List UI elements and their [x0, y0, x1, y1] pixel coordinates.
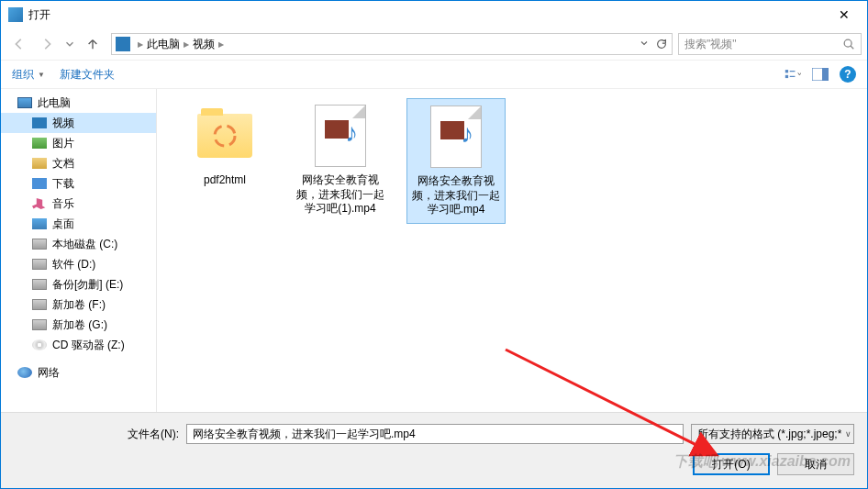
cd-icon	[32, 339, 47, 350]
app-icon	[8, 7, 23, 22]
filetype-value: 所有支持的格式 (*.jpg;*.jpeg;*	[697, 427, 841, 442]
svg-rect-4	[822, 68, 829, 81]
video-file-icon: ♪	[424, 105, 488, 169]
video-file-icon: ♪	[308, 104, 373, 168]
nav-bar: ▶ 此电脑 ▶ 视频 ▶ 搜索"视频"	[1, 28, 867, 60]
sidebar-item-network[interactable]: 网络	[1, 362, 156, 383]
desktop-icon	[32, 218, 47, 229]
video-icon	[32, 117, 47, 128]
sidebar-item-videos[interactable]: 视频	[1, 113, 156, 133]
svg-point-5	[215, 126, 235, 146]
file-name: pdf2html	[204, 173, 246, 188]
filetype-combo[interactable]: 所有支持的格式 (*.jpg;*.jpeg;* ∨	[691, 424, 854, 444]
hdd-icon	[32, 279, 47, 290]
filename-input[interactable]	[186, 424, 684, 444]
chevron-right-icon: ▶	[138, 40, 143, 49]
sidebar-tree[interactable]: 此电脑 视频 图片 文档 下载 音乐 桌面 本地磁盘 (C:) 软件 (D:) …	[1, 89, 157, 424]
svg-rect-2	[785, 75, 788, 78]
search-input[interactable]: 搜索"视频"	[678, 33, 862, 55]
chevron-right-icon: ▶	[184, 40, 189, 49]
search-placeholder: 搜索"视频"	[684, 37, 842, 52]
hdd-icon	[32, 239, 47, 250]
sidebar-item-thispc[interactable]: 此电脑	[1, 93, 156, 113]
toolbar: 组织▼ 新建文件夹 ?	[1, 60, 867, 89]
sidebar-item-drive-e[interactable]: 备份[勿删] (E:)	[1, 274, 156, 295]
location-icon	[116, 37, 130, 51]
filename-label: 文件名(N):	[124, 427, 179, 442]
sidebar-item-drive-d[interactable]: 软件 (D:)	[1, 254, 156, 274]
chevron-down-icon: ∨	[845, 429, 851, 439]
file-name: 网络安全教育视频，进来我们一起学习吧(1).mp4	[295, 173, 386, 217]
new-folder-button[interactable]: 新建文件夹	[60, 67, 115, 83]
forward-button[interactable]	[34, 31, 60, 57]
documents-icon	[32, 158, 47, 169]
cancel-button[interactable]: 取消	[777, 453, 854, 475]
search-icon	[842, 38, 855, 50]
sidebar-item-music[interactable]: 音乐	[1, 194, 156, 214]
hdd-icon	[32, 319, 47, 330]
sidebar-item-downloads[interactable]: 下载	[1, 173, 156, 194]
downloads-icon	[32, 178, 47, 189]
organize-menu[interactable]: 组织▼	[12, 67, 45, 83]
file-item-folder[interactable]: pdf2html	[175, 98, 274, 194]
network-icon	[17, 367, 32, 378]
breadcrumb[interactable]: ▶ 此电脑 ▶ 视频 ▶	[111, 33, 673, 55]
hdd-icon	[32, 299, 47, 310]
sidebar-item-drive-f[interactable]: 新加卷 (F:)	[1, 295, 156, 315]
window-title: 打开	[28, 7, 823, 23]
file-list[interactable]: pdf2html ♪ 网络安全教育视频，进来我们一起学习吧(1).mp4 ♪ 网…	[157, 89, 867, 424]
file-name: 网络安全教育视频，进来我们一起学习吧.mp4	[411, 174, 501, 217]
sidebar-item-pictures[interactable]: 图片	[1, 133, 156, 153]
open-button[interactable]: 打开(O)	[693, 453, 770, 475]
sidebar-item-documents[interactable]: 文档	[1, 153, 156, 173]
chevron-right-icon: ▶	[218, 40, 224, 49]
refresh-icon[interactable]	[655, 38, 668, 50]
breadcrumb-dropdown-icon[interactable]	[639, 38, 650, 49]
close-button[interactable]: ✕	[823, 1, 865, 28]
help-icon[interactable]: ?	[840, 66, 856, 83]
bottom-panel: 文件名(N): 所有支持的格式 (*.jpg;*.jpeg;* ∨ 打开(O) …	[1, 412, 867, 488]
view-mode-button[interactable]	[785, 67, 801, 82]
hdd-icon	[32, 259, 47, 270]
recent-dropdown[interactable]	[61, 31, 78, 57]
music-icon	[32, 198, 47, 209]
pictures-icon	[32, 138, 47, 149]
sidebar-item-drive-g[interactable]: 新加卷 (G:)	[1, 315, 156, 335]
back-button[interactable]	[6, 31, 32, 57]
up-button[interactable]	[80, 31, 106, 57]
sidebar-item-drive-c[interactable]: 本地磁盘 (C:)	[1, 234, 156, 254]
folder-icon	[193, 104, 257, 168]
preview-pane-button[interactable]	[812, 67, 829, 82]
file-item-video[interactable]: ♪ 网络安全教育视频，进来我们一起学习吧(1).mp4	[291, 98, 390, 222]
sidebar-item-drive-z[interactable]: CD 驱动器 (Z:)	[1, 335, 156, 355]
breadcrumb-item-thispc[interactable]: 此电脑	[147, 37, 180, 52]
title-bar: 打开 ✕	[1, 1, 867, 28]
svg-rect-1	[785, 70, 788, 72]
breadcrumb-item-videos[interactable]: 视频	[193, 37, 215, 52]
file-item-video-selected[interactable]: ♪ 网络安全教育视频，进来我们一起学习吧.mp4	[406, 98, 506, 224]
sidebar-item-desktop[interactable]: 桌面	[1, 214, 156, 234]
monitor-icon	[17, 97, 32, 108]
content-area: 此电脑 视频 图片 文档 下载 音乐 桌面 本地磁盘 (C:) 软件 (D:) …	[1, 89, 867, 424]
